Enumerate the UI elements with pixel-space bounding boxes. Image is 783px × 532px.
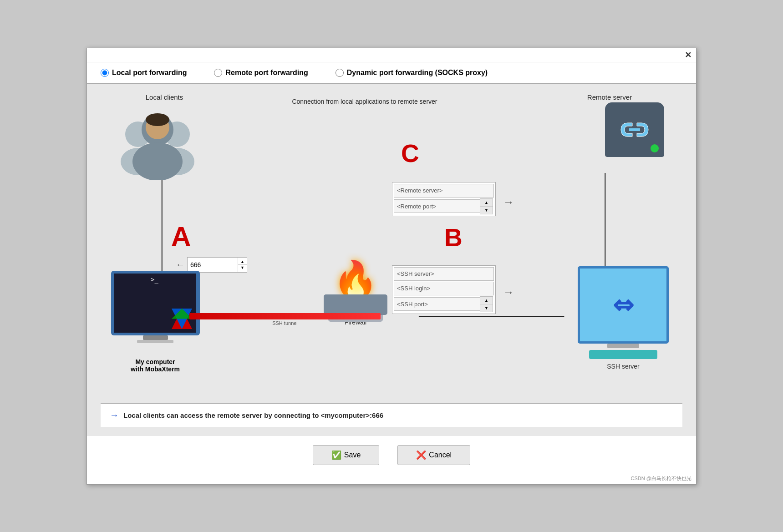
ssh-monitor-arrows: ⇔ <box>613 290 634 319</box>
server-shape <box>605 102 664 157</box>
info-bar: → Local clients can access the remote se… <box>101 403 682 427</box>
diagram-area: Local clients Connection from local appl… <box>101 93 682 403</box>
ssh-port-up[interactable]: ▲ <box>480 297 493 304</box>
tunnel-bar <box>189 313 381 319</box>
radio-remote[interactable]: Remote port forwarding <box>214 69 308 77</box>
title-bar: ✕ <box>87 48 696 62</box>
ssh-port-row: <SSH port> ▲ ▼ <box>394 296 494 312</box>
my-computer-text: My computerwith MobaXterm <box>131 358 180 373</box>
dialog: ✕ Local port forwarding Remote port forw… <box>86 48 697 485</box>
remote-port-row: <Remote port> ▲ ▼ <box>394 198 494 214</box>
c-box: <Remote server> <Remote port> ▲ ▼ → <box>392 182 496 216</box>
svg-point-11 <box>132 142 183 180</box>
local-clients-icon <box>114 107 201 180</box>
ssh-fields: <SSH server> <SSH login> <SSH port> ▲ ▼ <box>392 265 496 314</box>
remote-port-up[interactable]: ▲ <box>480 199 493 207</box>
ssh-server-icon: ⇔ SSH server <box>578 266 669 370</box>
remote-server-placeholder: <Remote server> <box>397 187 442 194</box>
info-text: Local clients can access the remote serv… <box>123 411 383 419</box>
label-a: A <box>171 221 191 252</box>
local-clients-label: Local clients <box>128 93 201 101</box>
flame-icon: 🔥 <box>324 262 387 298</box>
save-icon: ✅ <box>331 450 341 460</box>
close-button[interactable]: ✕ <box>685 51 691 59</box>
save-label: Save <box>344 451 361 459</box>
port-a-input[interactable] <box>188 258 238 272</box>
save-button[interactable]: ✅ Save <box>313 445 379 465</box>
radio-local-label: Local port forwarding <box>112 69 187 77</box>
cancel-button[interactable]: ❌ Cancel <box>397 445 470 465</box>
radio-dynamic-input[interactable] <box>336 69 344 77</box>
ssh-server-label: SSH server <box>578 363 669 370</box>
ssh-port-field[interactable]: <SSH port> <box>394 297 480 311</box>
remote-port-field[interactable]: <Remote port> <box>394 199 480 213</box>
ssh-port-placeholder: <SSH port> <box>397 301 428 308</box>
ssh-tunnel: SSH tunnel <box>189 313 381 326</box>
my-computer-label: My computerwith MobaXterm <box>110 358 201 373</box>
arrow-left-icon: ← <box>176 259 185 270</box>
label-c: C <box>401 139 419 168</box>
remote-server-field[interactable]: <Remote server> <box>394 184 494 198</box>
ssh-login-placeholder: <SSH login> <box>397 285 430 292</box>
my-computer: >_ My computerwith Moba <box>110 271 201 343</box>
c-to-remote-arrow: → <box>503 196 514 208</box>
ssh-server-placeholder: <SSH server> <box>397 270 434 277</box>
watermark: CSDN @白马长枪不快也光 <box>631 475 691 482</box>
remote-port-down[interactable]: ▼ <box>480 207 493 214</box>
footer-buttons: ✅ Save ❌ Cancel <box>87 436 696 474</box>
ssh-login-field[interactable]: <SSH login> <box>394 282 494 295</box>
ssh-port-down[interactable]: ▼ <box>480 304 493 312</box>
ssh-monitor: ⇔ <box>578 266 669 344</box>
radio-local-input[interactable] <box>101 69 109 77</box>
cancel-icon: ❌ <box>416 450 426 460</box>
ssh-tunnel-label: SSH tunnel <box>272 320 298 326</box>
radio-remote-input[interactable] <box>214 69 222 77</box>
radio-remote-label: Remote port forwarding <box>225 69 308 77</box>
cancel-label: Cancel <box>429 451 452 459</box>
info-arrow-icon: → <box>110 410 119 421</box>
label-b: B <box>444 223 463 252</box>
radio-bar: Local port forwarding Remote port forwar… <box>87 62 696 84</box>
port-box-a: ← ▲ ▼ <box>176 257 247 273</box>
remote-fields: <Remote server> <Remote port> ▲ ▼ <box>392 182 496 216</box>
ssh-server-field[interactable]: <SSH server> <box>394 267 494 281</box>
radio-dynamic[interactable]: Dynamic port forwarding (SOCKS proxy) <box>336 69 488 77</box>
server-status-dot <box>651 144 659 152</box>
radio-local[interactable]: Local port forwarding <box>101 69 187 77</box>
remote-server-top-label: Remote server <box>573 93 646 101</box>
svg-rect-15 <box>629 128 640 131</box>
port-a-up[interactable]: ▲ <box>238 259 247 265</box>
connection-label: Connection from local applications to re… <box>251 98 478 105</box>
firewall-platform <box>324 294 387 315</box>
b-box: <SSH server> <SSH login> <SSH port> ▲ ▼ <box>392 265 496 314</box>
b-to-ssh-arrow: → <box>503 286 514 299</box>
remote-server-icon <box>605 102 664 157</box>
svg-point-10 <box>146 113 169 126</box>
main-content: Local clients Connection from local appl… <box>87 84 696 436</box>
radio-dynamic-label: Dynamic port forwarding (SOCKS proxy) <box>347 69 488 77</box>
remote-port-placeholder: <Remote port> <box>397 203 437 210</box>
port-a-down[interactable]: ▼ <box>238 265 247 270</box>
